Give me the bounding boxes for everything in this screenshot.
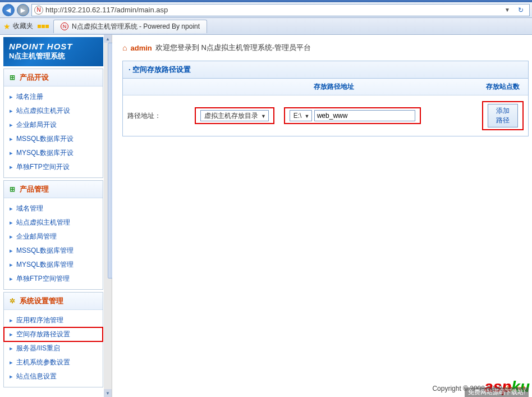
drive-select[interactable]: E:\	[290, 110, 313, 121]
favorites-bar: ★ 收藏夹 N N点虚拟主机管理系统 - Powered By npoint	[0, 18, 532, 35]
browser-tab[interactable]: N N点虚拟主机管理系统 - Powered By npoint	[53, 20, 207, 33]
address-bar: ◄ ► N http://192.210.62.117/admin/main.a…	[0, 2, 532, 18]
sidebar-item-apppool-manage[interactable]: ▸应用程序池管理	[4, 313, 103, 327]
sidebar-item-mail-manage[interactable]: ▸企业邮局管理	[4, 230, 103, 244]
url-dropdown-icon[interactable]: ▼	[502, 7, 512, 13]
logo: NPOINT HOST N点主机管理系统	[3, 37, 103, 66]
bullet-icon: ▸	[10, 261, 13, 268]
favorites-grid-button[interactable]	[38, 25, 49, 28]
scroll-up-icon[interactable]: ▲	[104, 35, 112, 43]
highlight-box-path-input: E:\	[284, 107, 421, 124]
sidebar: NPOINT HOST N点主机管理系统 ⊞ 产品开设 ▸域名注册 ▸站点虚拟主…	[0, 35, 112, 397]
menu-header-products-manage[interactable]: ⊞ 产品管理	[4, 181, 103, 198]
content-area: ⌂ admin 欢迎您登录到 N点虚拟主机管理系统-管理员平台 · 空间存放路径…	[112, 35, 532, 397]
bullet-icon: ▸	[10, 149, 13, 157]
sidebar-item-site-info[interactable]: ▸站点信息设置	[4, 369, 103, 384]
star-icon: ★	[3, 22, 11, 31]
favorites-button[interactable]: ★ 收藏夹	[3, 21, 33, 31]
highlight-box-dir-select: 虚拟主机存放目录	[195, 107, 274, 124]
bullet-icon: ▸	[10, 121, 13, 129]
refresh-icon[interactable]: ↻	[515, 4, 527, 16]
site-icon: N	[34, 6, 43, 15]
sidebar-item-site-vhost-create[interactable]: ▸站点虚拟主机开设	[4, 104, 103, 118]
row-label: 路径地址：	[123, 95, 190, 136]
bullet-icon: ▸	[10, 93, 13, 101]
add-path-button[interactable]: 添加路径	[488, 104, 518, 127]
sidebar-item-mssql-create[interactable]: ▸MSSQL数据库开设	[4, 132, 103, 146]
tab-title: N点虚拟主机管理系统 - Powered By npoint	[72, 22, 200, 31]
bullet-icon: ▸	[10, 345, 13, 352]
highlight-box-add-button: 添加路径	[482, 101, 524, 130]
col-site-count: 存放站点数	[478, 79, 528, 95]
col-spacer	[123, 79, 190, 95]
menu-section-products-create: ⊞ 产品开设 ▸域名注册 ▸站点虚拟主机开设 ▸企业邮局开设 ▸MSSQL数据库…	[3, 69, 103, 178]
sidebar-item-domain-register[interactable]: ▸域名注册	[4, 90, 103, 104]
panel-title: · 空间存放路径设置	[123, 61, 528, 79]
bullet-icon: ▸	[10, 219, 13, 226]
plus-icon: ⊞	[8, 185, 16, 193]
favorites-label: 收藏夹	[13, 21, 33, 31]
bullet-icon: ▸	[10, 233, 13, 240]
logo-sub: N点主机管理系统	[9, 51, 98, 61]
storage-path-panel: · 空间存放路径设置 存放路径地址 存放站点数 路径地址：	[122, 61, 529, 136]
sidebar-item-host-params[interactable]: ▸主机系统参数设置	[4, 355, 103, 369]
bullet-icon: ▸	[10, 205, 13, 212]
menu-section-system-settings: ✲ 系统设置管理 ▸应用程序池管理 ▸空间存放路径设置 ▸服务器/IIS重启 ▸…	[3, 292, 103, 387]
bullet-icon: ▸	[10, 331, 13, 338]
sidebar-item-mssql-manage[interactable]: ▸MSSQL数据库管理	[4, 244, 103, 258]
home-icon: ⌂	[122, 43, 127, 52]
welcome-text: 欢迎您登录到 N点虚拟主机管理系统-管理员平台	[155, 43, 311, 53]
grid-icon	[38, 25, 49, 28]
bullet-icon: ▸	[10, 275, 13, 282]
sidebar-scrollbar[interactable]: ▲ ▼	[104, 35, 112, 397]
forward-button[interactable]: ►	[17, 4, 29, 16]
logo-main: NPOINT HOST	[9, 42, 98, 51]
bullet-icon: ▸	[10, 247, 13, 254]
bullet-icon: ▸	[10, 359, 13, 366]
welcome-line: ⌂ admin 欢迎您登录到 N点虚拟主机管理系统-管理员平台	[122, 43, 529, 53]
bullet-icon: ▸	[10, 135, 13, 143]
main-area: NPOINT HOST N点主机管理系统 ⊞ 产品开设 ▸域名注册 ▸站点虚拟主…	[0, 35, 532, 397]
sidebar-item-iis-restart[interactable]: ▸服务器/IIS重启	[4, 341, 103, 355]
sidebar-item-mysql-create[interactable]: ▸MYSQL数据库开设	[4, 146, 103, 160]
folder-input[interactable]	[314, 110, 415, 121]
path-table: 存放路径地址 存放站点数 路径地址： 虚拟主机存放目录	[123, 79, 528, 136]
url-field[interactable]: N http://192.210.62.117/admin/main.asp ▼…	[31, 4, 530, 16]
sidebar-item-site-vhost-manage[interactable]: ▸站点虚拟主机管理	[4, 216, 103, 230]
dir-type-select[interactable]: 虚拟主机存放目录	[200, 110, 269, 121]
plus-icon: ⊞	[8, 74, 16, 81]
sidebar-item-ftp-create[interactable]: ▸单独FTP空间开设	[4, 160, 103, 174]
scroll-down-icon[interactable]: ▼	[104, 389, 112, 397]
menu-header-system-settings[interactable]: ✲ 系统设置管理	[4, 293, 103, 310]
bullet-icon: ▸	[10, 317, 13, 324]
watermark-sub: 免费网站源码下载站!	[465, 387, 529, 397]
table-row: 路径地址： 虚拟主机存放目录 E:	[123, 95, 528, 136]
bullet-icon: ▸	[10, 163, 13, 171]
bullet-icon: ▸	[10, 107, 13, 115]
sidebar-item-storage-path-settings[interactable]: ▸空间存放路径设置	[4, 327, 103, 341]
sidebar-item-domain-manage[interactable]: ▸域名管理	[4, 202, 103, 216]
sidebar-item-ftp-manage[interactable]: ▸单独FTP空间管理	[4, 272, 103, 286]
sidebar-item-mail-create[interactable]: ▸企业邮局开设	[4, 118, 103, 132]
menu-section-products-manage: ⊞ 产品管理 ▸域名管理 ▸站点虚拟主机管理 ▸企业邮局管理 ▸MSSQL数据库…	[3, 180, 103, 290]
back-button[interactable]: ◄	[2, 4, 15, 16]
tab-favicon: N	[61, 22, 68, 30]
menu-header-products-create[interactable]: ⊞ 产品开设	[4, 69, 103, 86]
sidebar-item-mysql-manage[interactable]: ▸MYSQL数据库管理	[4, 258, 103, 272]
bullet-icon: ▸	[10, 373, 13, 380]
col-path-address: 存放路径地址	[190, 79, 478, 95]
gear-icon: ✲	[8, 297, 16, 305]
url-text: http://192.210.62.117/admin/main.asp	[45, 6, 500, 14]
admin-label: admin	[130, 44, 152, 52]
